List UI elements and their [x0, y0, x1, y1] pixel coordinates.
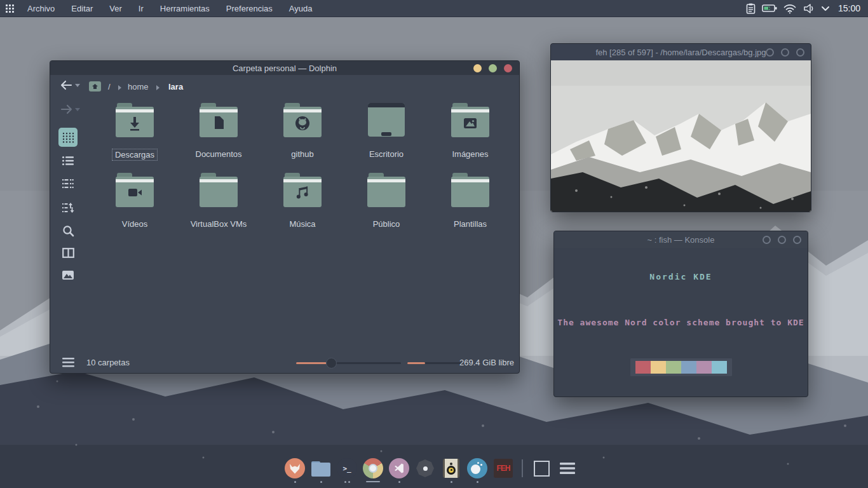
- chevron-right-icon: [118, 85, 121, 90]
- top-panel: Archivo Editar Ver Ir Herramientas Prefe…: [0, 0, 868, 17]
- dock-vscode-icon[interactable]: [389, 458, 409, 483]
- folder-descargas[interactable]: Descargas: [97, 102, 173, 161]
- konsole-window-buttons: [763, 236, 801, 244]
- close-button[interactable]: [793, 236, 801, 244]
- back-button[interactable]: [60, 80, 72, 92]
- palette-swatch-blue: [681, 361, 696, 374]
- dock-terminal-icon[interactable]: >_: [337, 458, 357, 483]
- grid-view-icon: [62, 132, 74, 143]
- minimize-button[interactable]: [766, 48, 774, 57]
- forward-history-caret[interactable]: [75, 108, 80, 111]
- folder-musica[interactable]: Música: [264, 172, 341, 229]
- split-view-icon: [62, 248, 74, 258]
- folder-imagenes[interactable]: Imágenes: [432, 102, 508, 159]
- folder-virtualbox-vms[interactable]: VirtualBox VMs: [180, 172, 257, 229]
- breadcrumb-user[interactable]: lara: [168, 80, 183, 94]
- dock-app-menu-icon[interactable]: [557, 458, 578, 483]
- feh-title: feh [285 of 597] - /home/lara/Descargas/…: [595, 48, 766, 57]
- close-button[interactable]: [796, 48, 804, 57]
- forward-button[interactable]: [60, 104, 72, 116]
- palette-swatch-cyan: [712, 361, 727, 374]
- dock-firefox-icon[interactable]: [285, 458, 305, 483]
- dock-feh-icon[interactable]: FEH: [493, 458, 513, 483]
- dolphin-statusbar: 10 carpetas 269.4 GiB libre: [50, 354, 519, 373]
- palette-swatch-green: [666, 361, 681, 374]
- maximize-button[interactable]: [781, 48, 789, 57]
- folder-label: Documentos: [193, 149, 245, 159]
- maximize-button[interactable]: [778, 236, 786, 244]
- color-palette: [630, 358, 732, 376]
- folder-publico[interactable]: Público: [348, 172, 424, 229]
- menu-ayuda[interactable]: Ayuda: [281, 0, 321, 17]
- folder-plantillas[interactable]: Plantillas: [432, 172, 508, 229]
- preview-button[interactable]: [58, 266, 78, 285]
- icons-view-button[interactable]: [58, 128, 78, 147]
- folder-escritorio[interactable]: Escritorio: [348, 102, 424, 159]
- dock-separator: [522, 459, 523, 477]
- menu-ir[interactable]: Ir: [130, 0, 152, 17]
- app-launcher-icon[interactable]: [0, 0, 19, 17]
- free-space: 269.4 GiB libre: [459, 358, 514, 367]
- dolphin-titlebar[interactable]: Carpeta personal — Dolphin: [50, 61, 519, 75]
- dock-file-manager-icon[interactable]: [311, 458, 331, 483]
- maximize-button[interactable]: [489, 64, 497, 72]
- volume-icon[interactable]: [803, 3, 815, 14]
- palette-swatch-yellow: [651, 361, 666, 374]
- dock-music-player-icon[interactable]: [441, 458, 461, 483]
- folder-github[interactable]: github: [264, 102, 341, 159]
- sort-button[interactable]: [58, 198, 78, 217]
- compact-view-icon: [62, 179, 74, 189]
- breadcrumb-home-icon[interactable]: [88, 81, 102, 94]
- compact-view-button[interactable]: [58, 174, 78, 193]
- search-icon: [62, 225, 74, 237]
- image-preview-icon: [62, 271, 74, 280]
- menu-editar[interactable]: Editar: [63, 0, 101, 17]
- search-button[interactable]: [58, 221, 78, 240]
- palette-swatch-red: [635, 361, 651, 374]
- system-tray: 15:00: [745, 0, 868, 17]
- konsole-title: ~ : fish — Konsole: [648, 235, 715, 245]
- disk-usage-fill: [407, 362, 425, 364]
- folder-label: github: [288, 149, 316, 159]
- folder-label: Música: [287, 219, 318, 229]
- zoom-slider-knob[interactable]: [326, 358, 337, 369]
- details-view-button[interactable]: [58, 151, 78, 170]
- grid-icon: [6, 4, 14, 13]
- dock-media-player-icon[interactable]: [467, 458, 487, 483]
- chevron-down-icon[interactable]: [821, 6, 830, 11]
- minimize-button[interactable]: [763, 236, 771, 244]
- menu-preferencias[interactable]: Preferencias: [218, 0, 281, 17]
- folder-documentos[interactable]: Documentos: [180, 102, 257, 159]
- breadcrumb-home[interactable]: home: [128, 80, 149, 94]
- dock-settings-icon[interactable]: [415, 458, 435, 483]
- sort-icon: [62, 202, 74, 214]
- folder-label: Descargas: [112, 149, 158, 161]
- folder-videos[interactable]: Vídeos: [97, 172, 173, 229]
- folder-label: Plantillas: [451, 219, 489, 229]
- split-view-button[interactable]: [58, 243, 78, 262]
- battery-icon[interactable]: [762, 4, 777, 13]
- dock-chromium-icon[interactable]: [363, 458, 383, 483]
- desktop: Archivo Editar Ver Ir Herramientas Prefe…: [0, 0, 868, 488]
- minimize-button[interactable]: [473, 64, 482, 72]
- image-icon: [464, 118, 477, 128]
- dock-show-desktop-icon[interactable]: [531, 458, 552, 483]
- close-button[interactable]: [504, 64, 512, 72]
- feh-image: [551, 60, 811, 212]
- clipboard-icon[interactable]: [745, 3, 756, 15]
- list-view-icon: [62, 156, 74, 166]
- clock[interactable]: 15:00: [838, 3, 860, 13]
- dolphin-window[interactable]: Carpeta personal — Dolphin / home lara: [50, 60, 520, 374]
- feh-window[interactable]: feh [285 of 597] - /home/lara/Descargas/…: [550, 43, 811, 212]
- desktop-icon: [366, 102, 407, 139]
- breadcrumb-root[interactable]: /: [108, 80, 111, 94]
- palette-swatch-purple: [696, 361, 712, 374]
- dock: >_ FEH: [285, 458, 578, 483]
- back-history-caret[interactable]: [75, 84, 80, 87]
- wifi-icon[interactable]: [783, 3, 797, 14]
- konsole-window[interactable]: ~ : fish — Konsole Nordic KDE The awesom…: [553, 231, 808, 397]
- menu-ver[interactable]: Ver: [101, 0, 130, 17]
- menu-archivo[interactable]: Archivo: [19, 0, 63, 17]
- folder-label: Público: [370, 219, 403, 229]
- menu-herramientas[interactable]: Herramientas: [152, 0, 218, 17]
